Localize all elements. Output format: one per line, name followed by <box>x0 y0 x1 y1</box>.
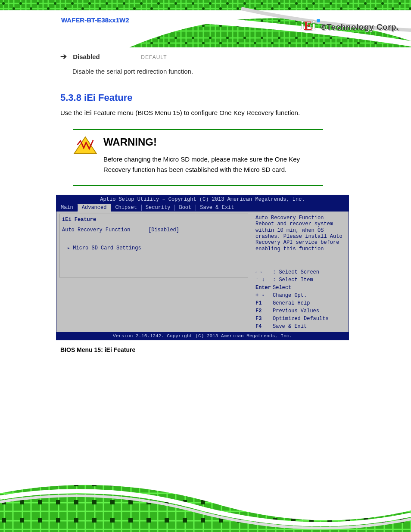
bios-setting-value: [Disabled] <box>148 227 179 233</box>
key-desc: Change Opt. <box>273 292 307 299</box>
option-label: Disabled <box>73 53 137 60</box>
bios-menu-advanced: Advanced <box>78 204 111 212</box>
option-default-tag: DEFAULT <box>141 54 167 60</box>
brand-dot-icon <box>317 19 320 22</box>
bios-setting-key: Auto Recovery Function <box>62 227 148 233</box>
section-heading: 5.3.8 iEi Feature <box>60 92 351 103</box>
bios-menu-save-exit: Save & Exit <box>196 204 238 212</box>
warning-bottom-rule <box>73 185 323 186</box>
key-f3: F3 <box>255 316 273 322</box>
key-desc: Previous Values <box>273 308 319 314</box>
brand-logo-text: iEi <box>301 18 315 32</box>
section-paragraph: Use the iEi Feature menu (BIOS Menu 15) … <box>60 108 351 118</box>
key-desc: General Help <box>273 300 310 306</box>
bios-menu-chipset: Chipset <box>111 204 141 212</box>
bios-left-pane: iEi Feature Auto Recovery Function [Disa… <box>56 212 251 332</box>
key-enter: Enter <box>255 285 273 291</box>
bios-setting-row: Auto Recovery Function [Disabled] <box>62 227 245 233</box>
warning-icon <box>73 136 103 174</box>
option-description: Disable the serial port redirection func… <box>72 66 339 77</box>
bios-menu-bar: Main Advanced Chipset Security Boot Save… <box>56 204 349 212</box>
key-desc: : Select Item <box>273 277 313 283</box>
page-footer-decoration <box>0 480 411 532</box>
arrow-right-icon: ➔ <box>60 52 67 61</box>
key-f4: F4 <box>255 324 273 330</box>
warning-box: WARNING! Before changing the Micro SD mo… <box>73 129 323 186</box>
bios-menu-boot: Boot <box>174 204 196 212</box>
key-desc: Save & Exit <box>273 324 307 330</box>
option-row: ➔ Disabled DEFAULT Disable the serial po… <box>60 52 351 77</box>
key-f2: F2 <box>255 308 273 314</box>
brand-block: iEi®Technology Corp. <box>301 18 399 33</box>
section-title: iEi Feature <box>84 92 132 103</box>
section-number: 5.3.8 <box>60 92 81 103</box>
bios-title: Aptio Setup Utility – Copyright (C) 2013… <box>56 195 349 204</box>
warning-heading: WARNING! <box>103 136 323 148</box>
key-desc: Optimized Defaults <box>273 316 329 322</box>
document-title: WAFER-BT-E38xx1W2 <box>61 16 129 24</box>
page-number: Page 85 <box>328 505 349 511</box>
bios-screenshot: Aptio Setup Utility – Copyright (C) 2013… <box>56 195 349 340</box>
key-desc: Select <box>273 285 291 291</box>
key-f1: F1 <box>255 300 273 306</box>
key-arrows-ud-icon: ↑ ↓ <box>255 277 273 283</box>
key-plusminus: + - <box>255 292 273 299</box>
svg-rect-3 <box>0 0 411 10</box>
bios-help-text: Auto Recovery Function Reboot and recove… <box>255 215 345 252</box>
bios-right-pane: Auto Recovery Function Reboot and recove… <box>251 212 349 332</box>
brand-tagline: Technology Corp. <box>327 22 399 31</box>
bios-submenu-item: Micro SD Card Settings <box>67 245 245 251</box>
page-content: ➔ Disabled DEFAULT Disable the serial po… <box>0 52 411 353</box>
figure-caption: BIOS Menu 15: iEi Feature <box>60 346 351 353</box>
key-desc: : Select Screen <box>273 269 319 275</box>
key-arrows-lr-icon: ←→ <box>255 269 273 275</box>
bios-key-legend: ←→: Select Screen ↑ ↓: Select Item Enter… <box>255 269 345 337</box>
bios-menu-main: Main <box>56 204 78 212</box>
bios-section-title: iEi Feature <box>62 217 245 223</box>
bios-menu-security: Security <box>141 204 175 212</box>
warning-body: Before changing the Micro SD mode, pleas… <box>103 154 323 174</box>
